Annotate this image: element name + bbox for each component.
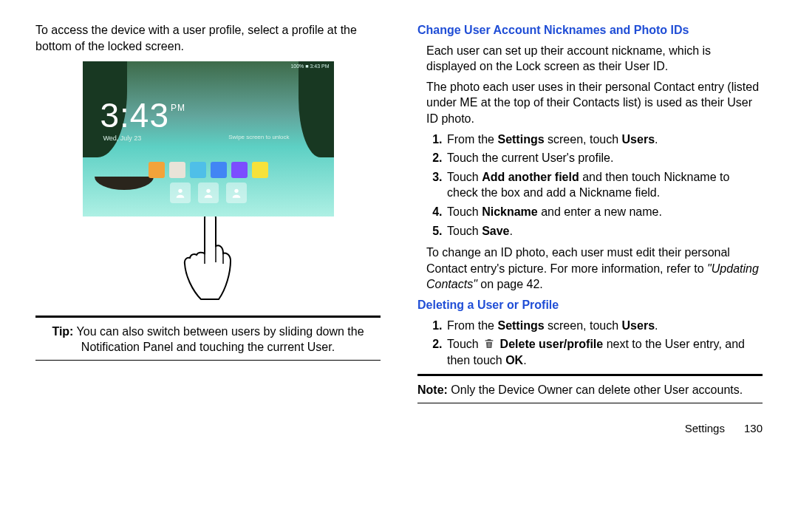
divider <box>417 374 763 376</box>
note-block: Note: Only the Device Owner can delete o… <box>417 382 763 398</box>
svg-point-0 <box>178 189 182 193</box>
nickname-steps: From the Settings screen, touch Users. T… <box>417 132 763 239</box>
lockscreen-illustration: 100% ■ 3:43 PM 3:43PM Wed, July 23 Swipe… <box>83 61 334 216</box>
user-profile-row <box>170 183 247 203</box>
tip-block: Tip: You can also switch between users b… <box>35 324 381 355</box>
heading-deleting: Deleting a User or Profile <box>417 297 763 313</box>
svg-point-1 <box>206 189 210 193</box>
page-footer: Settings130 <box>417 421 763 436</box>
step: From the Settings screen, touch Users. <box>446 318 763 334</box>
divider <box>35 316 381 318</box>
step: From the Settings screen, touch Users. <box>446 132 763 148</box>
paragraph: The photo each user uses in their person… <box>426 79 763 127</box>
step: Touch Add another field and then touch N… <box>446 169 763 201</box>
left-column: To access the device with a user profile… <box>35 22 381 436</box>
step: Touch Delete user/profile next to the Us… <box>446 336 763 368</box>
delete-steps: From the Settings screen, touch Users. T… <box>417 318 763 369</box>
divider <box>417 403 763 403</box>
paragraph: Each user can set up their account nickn… <box>426 43 763 75</box>
user-avatar <box>170 183 191 203</box>
trash-icon <box>483 338 495 349</box>
app-tile <box>231 162 248 178</box>
right-column: Change User Account Nicknames and Photo … <box>417 22 763 436</box>
pointing-hand-graphic <box>35 209 381 310</box>
boat-graphic <box>95 177 154 190</box>
user-avatar <box>226 183 247 203</box>
app-tile <box>169 162 185 178</box>
divider <box>35 360 381 361</box>
step: Touch Save. <box>446 223 763 239</box>
page-number: 130 <box>744 422 763 434</box>
clock: 3:43PM <box>100 92 186 138</box>
svg-point-2 <box>234 189 238 193</box>
app-tile <box>252 162 268 178</box>
app-tile <box>190 162 206 178</box>
app-tile-row <box>149 162 268 178</box>
swipe-hint: Swipe screen to unlock <box>228 134 289 142</box>
app-tile <box>149 162 165 178</box>
paragraph: To change an ID photo, each user must ed… <box>426 245 763 293</box>
user-avatar <box>198 183 219 203</box>
status-bar: 100% ■ 3:43 PM <box>290 63 329 69</box>
heading-nicknames: Change User Account Nicknames and Photo … <box>417 22 763 38</box>
section-name: Settings <box>685 422 725 434</box>
date: Wed, July 23 <box>103 134 142 143</box>
step: Touch Nickname and enter a new name. <box>446 204 763 220</box>
app-tile <box>211 162 227 178</box>
intro-text: To access the device with a user profile… <box>35 22 381 54</box>
step: Touch the current User's profile. <box>446 150 763 166</box>
